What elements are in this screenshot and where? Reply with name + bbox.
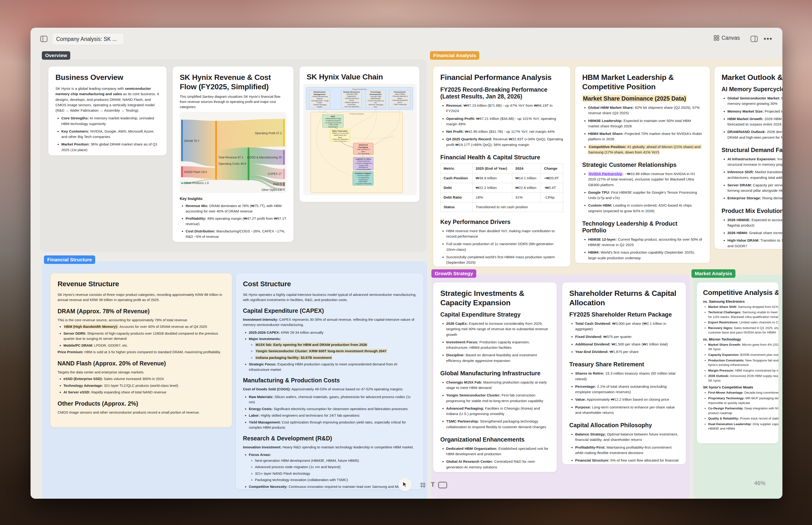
vc-item: - Customer Engagement: [354, 162, 372, 165]
bullet-list: Cheongju M15X Fab: Maximizing production…: [440, 379, 550, 430]
nvidia-partnership-link[interactable]: NVIDIA Partnership: [588, 171, 623, 176]
sankey-node-capex[interactable]: [283, 169, 285, 179]
bullet-item: Technical Challenges: Samsung unable to …: [708, 310, 779, 319]
bullet-item: eSSD (Enterprise SSD): Sales volume incr…: [63, 376, 225, 381]
bullet-item: Server DRAM: Capacity per server st form…: [727, 182, 782, 193]
section-heading: Other Products (Approx. 2%): [58, 400, 225, 407]
sub-bullet-list: M15X fab: Early opening for HBM and DRAM…: [249, 342, 416, 360]
badge-financial-analysis[interactable]: Financial Analysis: [430, 51, 479, 60]
shape-tool-icon: [438, 482, 447, 488]
bullet-item: TSMC Partnership: Strengthened packaging…: [446, 419, 550, 430]
card-shareholder-returns[interactable]: Shareholder Returns & Capital Allocation…: [562, 282, 686, 464]
bullet-list: HBM revenue more than doubled YoY, makin…: [440, 228, 563, 267]
card-competitive-analysis[interactable]: Competitive Analysis & Mark vs. Samsung …: [696, 282, 779, 444]
card-title: Shareholder Returns & Capital Allocation: [569, 289, 679, 308]
sankey-node-rnd[interactable]: [283, 182, 285, 186]
card-title: Business Overview: [56, 73, 159, 82]
sankey-node-other[interactable]: [181, 182, 183, 184]
sankey-node-dram[interactable]: [181, 120, 183, 161]
badge-market-analysis[interactable]: Market Analysis: [691, 269, 735, 278]
vc-box-wafer-fabrication[interactable]: Wafer Fabrication - DRAM (1c nm process)…: [330, 129, 350, 142]
vc-item: - Chemical Materials & Gases: [390, 95, 409, 100]
card-paragraph: Investment Intensity: CAPEX represents 3…: [243, 317, 416, 328]
sankey-node-opex[interactable]: [283, 188, 285, 191]
vc-item: - Advanced Equipment (EUV): [390, 100, 409, 104]
card-business-overview[interactable]: Business Overview SK Hynix is a global l…: [48, 66, 167, 155]
bullet-list: Shares to Retire: 15.3 million treasury …: [569, 371, 679, 415]
table-header-cell: Change: [541, 164, 563, 173]
bullet-item: DRAM/NAND Outlook: 2026 demand DRAM and …: [727, 129, 782, 140]
section-heading: Capital Expenditure (CAPEX): [243, 308, 416, 314]
shape-tool-button[interactable]: [438, 481, 447, 489]
card-title: Financial Performance Analysis: [440, 73, 563, 82]
bullet-item: Margin Pressure: HBM margins constrained…: [708, 368, 779, 373]
bullet-item: Export Restrictions: Limited sales chann…: [708, 320, 779, 325]
right-panel-toggle-button[interactable]: [749, 34, 760, 44]
card-market-outlook[interactable]: Market Outlook & Gro AI Memory Supercycl…: [714, 66, 782, 249]
bullet-item: Quality & Reliability: Proven track reco…: [708, 416, 779, 421]
sankey-node-profit[interactable]: [283, 119, 285, 147]
bullet-item: Server DDR5: Shipments of high-capacity …: [63, 331, 225, 342]
vc-box-logistics-sales[interactable]: Logistics & Sales - Global Distribution-…: [353, 157, 373, 170]
bullet-item: Integrated Capabilities: Front-end and b…: [446, 472, 550, 472]
vc-box-technology-development[interactable]: Technology Development - Next-gen HBM (H…: [365, 90, 386, 108]
sankey-node-revenue[interactable]: [215, 121, 217, 180]
sankey-svg: DRAM 75.7 NAND Flash 19.4 Other Products…: [180, 112, 287, 193]
bullet-list: First-Mover Advantage: Decade-long commi…: [703, 390, 779, 431]
sub-bullet-item: Packaging technology innovation (collabo…: [255, 477, 416, 483]
badge-overview[interactable]: Overview: [42, 51, 70, 60]
bullet-item: Co-Design Partnership: Deep integration …: [708, 406, 779, 415]
card-revenue-cost-flow[interactable]: SK Hynix Revenue & Cost Flow (FY2025, Si…: [172, 66, 294, 242]
document-title[interactable]: Company Analysis: SK ...: [52, 33, 124, 45]
bullet-item: AI Infrastructure Expansion: Investm str…: [727, 156, 782, 167]
bullet-item: HBM4: World's first mass production capa…: [588, 250, 703, 260]
select-tool-button[interactable]: [398, 478, 412, 491]
sankey-node-costs[interactable]: [248, 148, 249, 180]
bullet-list: Competitive Position: #1 globally, ahead…: [582, 144, 703, 155]
vc-box-rnd[interactable]: R&D - HBM3E|HBM4 Design- AI Memory Solut…: [322, 115, 343, 127]
bullet-item: Revenue: ₩97.15 trillion ($71.6B) - up 4…: [446, 103, 563, 114]
vc-box-customer-support[interactable]: Customer Support - Technical Support- Co…: [353, 171, 373, 185]
canvas-mode-button[interactable]: Canvas: [714, 35, 740, 41]
sankey-label: R&D 5: [273, 183, 281, 186]
badge-financial-structure[interactable]: Financial Structure: [44, 255, 95, 264]
bullet-item: HBM4 Market Share: Projected 70% market …: [588, 131, 703, 142]
desktop: { "header": { "title": "Company Analysis…: [0, 0, 812, 525]
zoom-level-indicator[interactable]: 46%: [752, 479, 768, 487]
vc-box-infrastructure[interactable]: Infrastructure Management - Global Manuf…: [309, 90, 330, 108]
sankey-node-cogs[interactable]: [283, 150, 285, 165]
bullet-list: Market Share Shift: Samsung dropped from…: [703, 304, 779, 335]
vc-box-procurement[interactable]: Procurement - Silicon Wafers- Chemical M…: [389, 90, 411, 108]
card-title: SK Hynix Revenue & Cost Flow (FY2025, Si…: [180, 73, 287, 91]
bullet-item: Competitive Necessity: Continuous innova…: [249, 484, 416, 490]
section-heading: FY2025 Record-Breaking Performance (Late…: [440, 86, 563, 100]
bullet-item: Revenue Mix: DRAM dominates at 78% (₩75.…: [186, 203, 287, 214]
card-revenue-structure[interactable]: Revenue Structure SK Hynix's revenue con…: [50, 273, 232, 427]
bullet-item: Purpose: Long-term commitment to enhance…: [575, 404, 679, 416]
bullet-item: Major Investments: M15X fab: Early openi…: [249, 336, 416, 360]
sankey-node-nand[interactable]: [181, 166, 183, 177]
card-financial-performance[interactable]: Financial Performance Analysis FY2025 Re…: [433, 66, 570, 267]
card-cost-structure[interactable]: Cost Structure SK Hynix operates a highl…: [236, 273, 424, 490]
vc-item: - Dedicated HBM Organization: [342, 93, 361, 97]
bullet-item: Yield Management: Cost optimization thro…: [249, 420, 416, 430]
vc-box-human-resources[interactable]: Human Resources - Dedicated HBM Organiza…: [341, 90, 362, 108]
vc-box-advanced-packaging[interactable]: Advanced Packaging - HBM Stacking (12-la…: [353, 143, 373, 155]
badge-growth-strategy[interactable]: Growth Strategy: [431, 269, 476, 278]
section-heading: NAND Flash (Approx. 20% of Revenue): [58, 360, 225, 367]
bullet-item: Capacity Expansion: $200B investment pla…: [708, 352, 779, 357]
card-value-chain[interactable]: SK Hynix Value Chain: [299, 66, 419, 202]
card-paragraph: Targets the data center and enterprise s…: [58, 370, 225, 375]
bullet-list: Total Cash Dividend: ₩3,000 per share (₩…: [569, 321, 679, 355]
card-hbm-leadership[interactable]: HBM Market Leadership & Competitive Posi…: [575, 66, 710, 263]
text-tool-button[interactable]: T: [429, 480, 437, 489]
card-title: Market Outlook & Gro: [722, 73, 782, 82]
frame-tool-button[interactable]: [419, 481, 427, 489]
bullet-list: eSSD (Enterprise SSD): Sales volume incr…: [58, 376, 225, 395]
card-strategic-investments[interactable]: Strategic Investments & Capacity Expansi…: [433, 282, 557, 472]
more-options-button[interactable]: •••: [763, 34, 773, 44]
bullet-item: Additional Dividend: ₩1,500 per share (₩…: [575, 342, 679, 347]
sidebar-toggle-button[interactable]: [39, 34, 49, 44]
vc-item: - Global Manufacturing Network: [310, 96, 329, 100]
card-paragraph: SK Hynix operates a highly capital-inten…: [243, 292, 416, 303]
